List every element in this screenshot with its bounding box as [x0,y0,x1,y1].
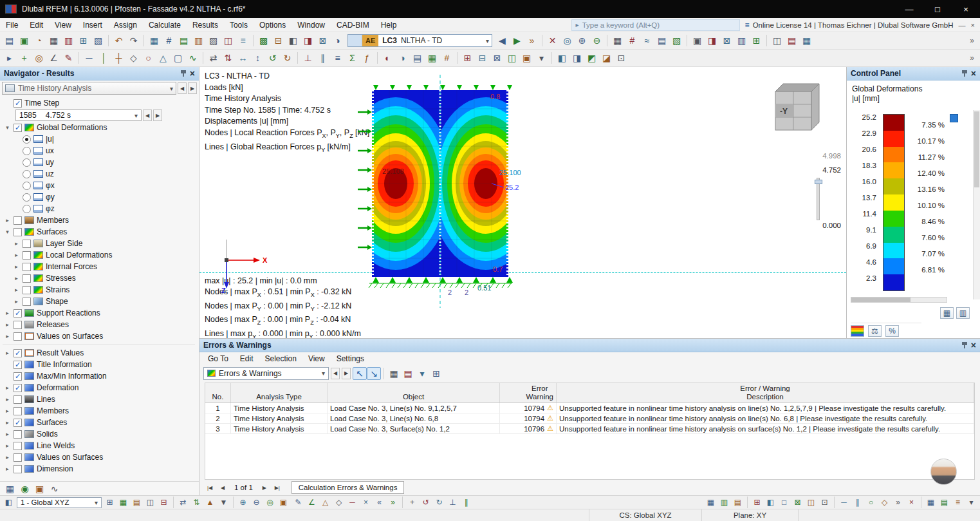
tb1-icon-25[interactable]: ◑ [330,33,345,48]
menu-file[interactable]: File [0,18,24,32]
ewtb-icon-1[interactable]: ↖ [353,367,367,380]
bta-icon-7[interactable]: ⇄ [176,497,190,508]
close-icon[interactable]: × [190,69,195,78]
checkbox[interactable] [14,430,22,439]
bta-icon-1[interactable]: ⊞ [103,497,116,508]
btb-icon-8[interactable]: » [386,497,400,508]
scale-selection-handle[interactable] [950,114,958,122]
btc-icon-1[interactable]: ▦ [704,497,717,508]
tb2-icon-32[interactable]: ▦ [425,51,439,65]
btb-icon-12[interactable]: ↻ [432,497,446,508]
tree-item-shape[interactable]: ▸Shape [1,296,199,307]
menu-calculate[interactable]: Calculate [143,18,187,32]
chevron-closed-icon[interactable]: ▸ [13,263,20,270]
menu-results[interactable]: Results [187,18,224,32]
pin-icon[interactable] [961,341,968,349]
btc-icon-3[interactable]: ▤ [731,497,744,508]
menu-cad-bim[interactable]: CAD-BIM [331,18,375,32]
btc-icon-8[interactable]: ⊠ [791,497,804,508]
graphics-viewport[interactable]: LC3 - NLTHA - TDLoads [kN]Time History A… [199,67,846,338]
tree-item-stresses[interactable]: ▸Stresses [1,272,199,284]
pin-icon[interactable] [961,70,968,77]
tree-item-x[interactable]: φx [1,180,199,191]
tb1-icon-6[interactable]: ⊞ [76,33,91,48]
tb2-icon-33[interactable]: # [439,51,454,65]
tb1-icon-10[interactable]: ↷ [126,33,141,48]
bta-icon-4[interactable]: ◫ [143,497,157,508]
checkbox[interactable] [23,251,31,260]
checkbox[interactable]: ✓ [14,349,22,357]
tree-item-solids[interactable]: ▸Solids [1,428,199,440]
tree-item-surfaces[interactable]: ▾Surfaces [1,226,199,238]
tb2-icon-30[interactable]: ◑ [395,51,410,65]
tb2-icon-23[interactable]: ⊥ [300,51,315,65]
navf-icon-3[interactable]: ▣ [32,482,47,496]
tb2-icon-17[interactable]: ⇅ [221,51,236,65]
btb-icon-13[interactable]: ⊥ [446,497,459,508]
last-page-button[interactable]: ▶| [272,482,282,493]
tb2-icon-42[interactable]: ◧ [555,51,569,65]
bta-icon-13[interactable]: ⊖ [250,497,263,508]
error-row-2[interactable]: 2Time History AnalysisLoad Case No. 3, L… [205,413,974,424]
tree-item-z[interactable]: φz [1,203,199,214]
checkbox[interactable] [23,263,31,271]
tb2-icon-19[interactable]: ↕ [250,51,265,65]
chevron-open-icon[interactable]: ▾ [4,229,11,235]
tb1r-icon-17[interactable]: ◨ [705,33,719,48]
bta-icon-8[interactable]: ⇅ [190,497,203,508]
tree-item-strains[interactable]: ▸Strains [1,284,199,296]
tb2-icon-25[interactable]: ≡ [330,51,345,65]
tb1r-icon-3[interactable]: » [524,33,539,48]
chevron-open-icon[interactable]: ▾ [4,124,11,131]
tree-item-max-min-information[interactable]: ✓Max/Min Information [1,370,199,382]
prev-message-button[interactable]: ◀ [331,368,340,379]
tb1r-icon-8[interactable]: ⊖ [589,33,604,48]
bta-icon-9[interactable]: ▲ [203,497,217,508]
maximize-button[interactable]: □ [923,0,952,18]
tb1-icon-17[interactable]: ◫ [221,33,236,48]
btb-icon-14[interactable]: ∥ [459,497,473,508]
btb-icon-7[interactable]: « [373,497,386,508]
btc-icon-6[interactable]: ◧ [764,497,777,508]
factors-icon[interactable]: ⚖ [868,325,882,337]
tb1-icon-4[interactable]: ▦ [46,33,61,48]
menu-edit[interactable]: Edit [24,18,49,32]
tree-item-line-welds[interactable]: ▸Line Welds [1,440,199,451]
error-row-3[interactable]: 3Time History AnalysisLoad Case No. 3, S… [205,424,974,434]
btb-icon-5[interactable]: ─ [346,497,359,508]
first-page-button[interactable]: |◀ [205,482,215,493]
checkbox[interactable] [23,286,31,294]
tb1r-icon-7[interactable]: ⊕ [575,33,589,48]
tb2-icon-1[interactable]: ▸ [2,51,17,65]
tb1r-icon-20[interactable]: ⊞ [749,33,764,48]
color-scale[interactable]: 25.222.920.618.316.013.711.49.16.94.62.3… [847,114,980,296]
errors-filter-combo[interactable]: Errors & Warnings ▾ [203,367,329,380]
tb1r-icon-22[interactable]: ◫ [770,33,784,48]
ew-menu-edit[interactable]: Edit [234,352,259,366]
vertical-scrollbar[interactable] [973,110,980,299]
bta-icon-10[interactable]: ▼ [217,497,230,508]
tree-item-deformation[interactable]: ▸✓Deformation [1,382,199,393]
color-legend-icon[interactable] [851,325,864,337]
tb2-icon-14[interactable]: ∿ [185,51,200,65]
tree-item-title-information[interactable]: ✓Title Information [1,359,199,370]
btc-icon-13[interactable]: ∥ [851,497,864,508]
tree-item-internal-forces[interactable]: ▸Internal Forces [1,261,199,272]
radio-button[interactable] [23,147,31,155]
chevron-closed-icon[interactable]: ▸ [4,217,11,223]
tb2-icon-10[interactable]: ◇ [126,51,141,65]
btc-icon-10[interactable]: ⊡ [818,497,831,508]
tree-item-result-values[interactable]: ▸✓Result Values [1,347,199,359]
checkbox[interactable] [14,453,22,462]
next-result-button[interactable]: ▶ [188,82,197,94]
tb1r-icon-6[interactable]: ◎ [560,33,575,48]
ew-menu-selection[interactable]: Selection [259,352,302,366]
view-combo[interactable]: 1 - Global XYZ ▾ [17,497,102,508]
radio-button[interactable] [23,205,31,213]
toolbar-overflow-chevron-2[interactable]: » [966,53,978,62]
tb1r-icon-1[interactable]: ◀ [495,33,510,48]
ewtb-icon-6[interactable]: ▾ [415,367,429,380]
checkbox[interactable] [14,216,22,225]
tree-item-uy[interactable]: uy [1,156,199,168]
btc-icon-12[interactable]: ─ [837,497,851,508]
